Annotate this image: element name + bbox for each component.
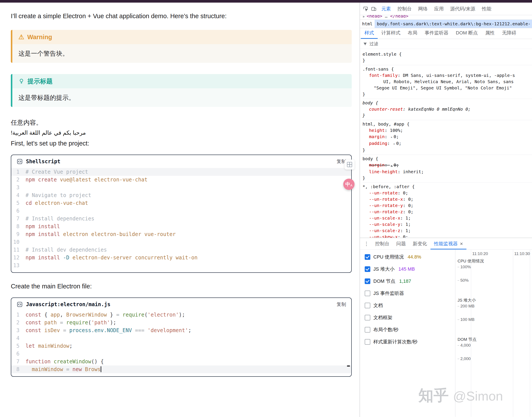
metric-label: CPU 使用情况 — [373, 254, 404, 260]
css-declaration[interactable]: font-family: DM Sans, ui-sans-serif, sys… — [363, 72, 532, 79]
code-line: 4# Navigate to project — [11, 191, 351, 199]
metric-checkbox[interactable] — [365, 303, 370, 308]
css-selector: body { — [363, 100, 532, 106]
metric-value: 145 MB — [399, 266, 415, 272]
code-line: 5let mainWindow; — [11, 342, 351, 350]
css-declaration[interactable]: padding: ▸0; — [363, 140, 532, 147]
chart-axis-tick: 100% — [458, 265, 471, 269]
line-number: 1 — [11, 311, 26, 319]
css-declaration[interactable]: --un-scale-y: 1; — [363, 221, 532, 228]
css-declaration[interactable]: --un-scale-x: 1; — [363, 215, 532, 221]
expand-arrow-icon[interactable]: ▸ — [392, 142, 396, 146]
setup-line-text: First, let’s set up the project: — [11, 139, 352, 147]
css-line-text: } — [363, 91, 532, 97]
devtools-tab[interactable]: 网络 — [415, 3, 431, 15]
breadcrumb-item-html[interactable]: html — [360, 20, 375, 28]
metric-checkbox[interactable] — [365, 327, 370, 333]
shell-code-header: Shellscript 复制 — [11, 155, 351, 167]
css-declaration[interactable]: counter-reset: katexEqnNo 0 mmlEqnNo 0; — [363, 106, 532, 112]
css-rules-pane: element.style {}.font-sans {font-family:… — [360, 49, 532, 242]
css-declaration[interactable]: margin: ▸0; — [363, 134, 532, 140]
metric-row: 布局个数/秒 — [360, 324, 455, 336]
css-selector: body { — [363, 156, 532, 162]
line-number: 1 — [11, 168, 26, 176]
styles-tab[interactable]: 计算样式 — [378, 30, 404, 39]
css-declaration[interactable]: line-height: inherit; — [363, 169, 532, 175]
css-declaration[interactable]: --un-scale-z: 1; — [363, 228, 532, 234]
breadcrumb-item-selected[interactable]: body.font-sans.dark\:text-white.dark\:bg… — [375, 20, 532, 28]
close-icon[interactable]: × — [460, 241, 463, 247]
chart-axis-tick: 2,000 — [458, 356, 471, 361]
warning-callout-title: ⚠ Warning — [12, 30, 352, 44]
styles-tab[interactable]: DOM 断点 — [452, 30, 481, 39]
styles-tab[interactable]: 事件监听器 — [421, 30, 452, 39]
code-line: 5cd electron-vue-chat — [11, 199, 351, 207]
drawer-tab[interactable]: 性能监视器× — [430, 238, 466, 250]
expand-arrow-icon[interactable]: ▸ — [390, 164, 393, 167]
code-language-label: Javascript:electron/main.js — [26, 301, 110, 307]
metric-checkbox[interactable] — [365, 254, 370, 260]
chart-gridline — [530, 250, 530, 417]
line-number: 4 — [11, 334, 26, 342]
metric-checkbox[interactable] — [365, 266, 370, 272]
copy-button[interactable]: 复制 — [337, 301, 346, 308]
inspect-element-icon[interactable] — [362, 5, 369, 13]
css-declaration[interactable]: margin: ▸0; — [363, 162, 532, 169]
drawer-tab[interactable]: 新变化 — [409, 238, 430, 250]
styles-tab[interactable]: 样式 — [361, 30, 378, 39]
metric-checkbox[interactable] — [365, 339, 370, 345]
expand-arrow-icon[interactable]: ▸ — [390, 135, 393, 139]
tip-callout: 提示标题 这是带标题的提示。 — [11, 74, 352, 107]
code-line: 6 — [11, 207, 351, 215]
devtools-tab[interactable]: 控制台 — [394, 3, 415, 15]
watermark-brand: 知乎 — [418, 386, 449, 406]
menu-kebab-icon[interactable]: ⋮ — [361, 241, 372, 247]
drawer-tab[interactable]: 问题 — [393, 238, 409, 250]
code-line: 12npm install -D electron-dev-server con… — [11, 254, 351, 261]
styles-tab[interactable]: 布局 — [404, 30, 421, 39]
chart-axis-tick: 4,000 — [458, 343, 471, 348]
dom-tree-clipped-row[interactable]: ▶<head> … </head> — [360, 15, 532, 20]
line-number: 7 — [11, 358, 26, 365]
watermark: 知乎 @Simon — [418, 386, 503, 406]
metric-row: 文档 — [360, 299, 455, 312]
devtools-tab[interactable]: 元素 — [378, 3, 394, 15]
line-number: 11 — [11, 246, 26, 254]
metric-label: 样式重新计算次数/秒 — [373, 339, 418, 345]
code-line: 1# Create Vue project — [11, 168, 351, 176]
line-number: 5 — [11, 342, 26, 350]
js-code-header: Javascript:electron/main.js 复制 — [11, 298, 351, 310]
line-number: 7 — [11, 215, 26, 223]
code-line: 2npm create vue@latest electron-vue-chat — [11, 176, 351, 184]
metric-checkbox[interactable] — [365, 315, 370, 320]
css-declaration[interactable]: --un-rotate-x: 0; — [363, 196, 532, 202]
metric-checkbox[interactable] — [365, 291, 370, 296]
styles-tab[interactable]: 属性 — [481, 30, 498, 39]
devtools-tab[interactable]: 性能 — [479, 3, 495, 15]
metric-row: DOM 节点1,187 — [360, 275, 455, 287]
css-declaration[interactable]: --un-rotate-y: 0; — [363, 202, 532, 209]
metric-value: 1,187 — [399, 278, 411, 284]
line-number: 6 — [11, 350, 26, 358]
line-number: 4 — [11, 191, 26, 199]
devtools-tab[interactable]: 应用 — [431, 3, 447, 15]
filter-label: 过滤 — [369, 41, 378, 47]
translate-button[interactable]: 中 A — [343, 179, 355, 190]
css-declaration[interactable]: --un-rotate: 0; — [363, 190, 532, 196]
css-line-text: } — [363, 147, 532, 153]
device-toolbar-icon[interactable] — [370, 5, 378, 13]
line-number: 10 — [11, 238, 26, 246]
devtools-tab[interactable]: 源代码/来源 — [447, 3, 479, 15]
styles-tab[interactable]: 无障碍 — [498, 30, 520, 39]
any-content-text: 任意内容。 — [11, 119, 352, 126]
line-number: 5 — [11, 199, 26, 207]
line-number: 8 — [11, 223, 26, 230]
drawer-tab[interactable]: 控制台 — [372, 238, 393, 250]
css-declaration[interactable]: height: 100%; — [363, 127, 532, 134]
extension-grid-button[interactable] — [345, 160, 355, 169]
css-declaration[interactable]: --un-rotate-z: 0; — [363, 209, 532, 215]
code-scroll-thumb[interactable] — [347, 365, 350, 366]
styles-filter[interactable]: 过滤 — [360, 39, 532, 49]
metric-checkbox[interactable] — [365, 278, 370, 284]
code-line: 13 — [11, 261, 351, 269]
